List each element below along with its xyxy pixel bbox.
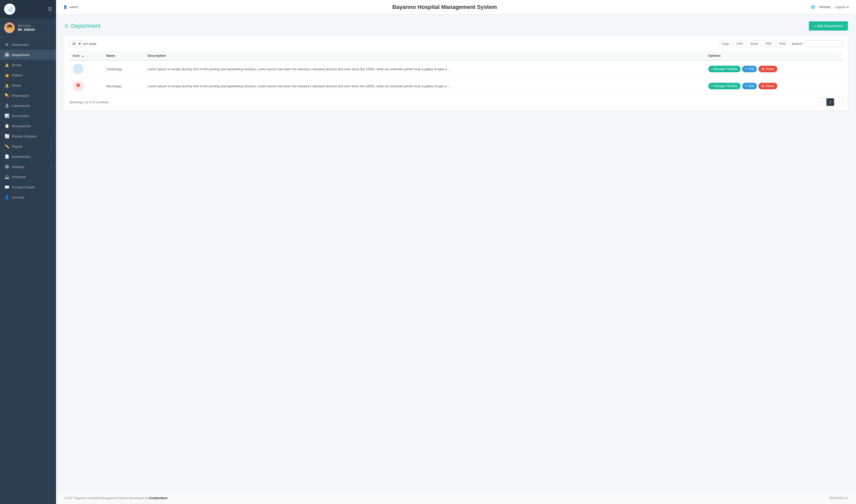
sidebar-item-doctor[interactable]: 👨‍⚕️ Doctor bbox=[0, 60, 56, 70]
page-title-icon: ⊙ bbox=[64, 23, 69, 29]
department-icon: 🏥 bbox=[4, 52, 9, 57]
settings-icon: ⚙️ bbox=[4, 164, 9, 169]
sidebar-item-payroll[interactable]: ✏️ Payroll › bbox=[0, 141, 56, 151]
chevron-right-icon: › bbox=[50, 145, 51, 148]
sort-arrow-icon: ▲ bbox=[82, 54, 84, 57]
sidebar-item-dashboard[interactable]: ⊞ Dashboard bbox=[0, 39, 56, 50]
footer-app-name: Bayanno Hospital Management System bbox=[75, 497, 129, 500]
copy-button[interactable]: Copy bbox=[718, 40, 732, 47]
col-icon[interactable]: Icon ▲ bbox=[69, 51, 103, 60]
row-name-cell: Cardiology bbox=[103, 60, 144, 78]
pagination: ‹ 1 › bbox=[818, 98, 843, 106]
manage-facilities-button[interactable]: + Manage Facilities bbox=[708, 83, 741, 89]
menu-toggle-button[interactable]: ☰ bbox=[48, 6, 52, 12]
sidebar-item-account[interactable]: 👤 Account bbox=[0, 192, 56, 202]
admin-label: admin bbox=[69, 5, 78, 9]
sidebar-item-department[interactable]: 🏥 Department bbox=[0, 50, 56, 60]
search-input[interactable] bbox=[805, 40, 843, 47]
row-options-cell: + Manage Facilities ✎ Edit 🗑 Delete bbox=[705, 60, 843, 78]
sidebar-item-pharmacist[interactable]: 💊 Pharmacist bbox=[0, 90, 56, 101]
row-name-cell: Neurology bbox=[103, 78, 144, 95]
sidebar-item-settings[interactable]: ⚙️ Settings › bbox=[0, 162, 56, 172]
sidebar-item-patient[interactable]: 🧑 Patient bbox=[0, 70, 56, 80]
sidebar-item-label: Monitor Hospital bbox=[12, 134, 37, 138]
sidebar-item-noticeboard[interactable]: 📄 Noticeboard bbox=[0, 151, 56, 162]
department-icon-cardiology: 🧠 bbox=[73, 64, 84, 74]
manage-facilities-button[interactable]: + Manage Facilities bbox=[708, 66, 741, 72]
pagination-prev-button[interactable]: ‹ bbox=[818, 98, 825, 106]
pdf-button[interactable]: PDF bbox=[763, 40, 775, 47]
content-area: ⊙ Department + Add Department 10 25 50 p… bbox=[56, 14, 856, 492]
sidebar-item-label: Accountant bbox=[12, 114, 29, 118]
edit-button[interactable]: ✎ Edit bbox=[742, 83, 757, 89]
row-actions: + Manage Facilities ✎ Edit 🗑 Delete bbox=[708, 66, 839, 72]
sidebar-item-frontend[interactable]: 💻 Frontend bbox=[0, 172, 56, 182]
csv-button[interactable]: CSV bbox=[733, 40, 746, 47]
row-icon-cell: 🧠 bbox=[69, 60, 103, 78]
print-button[interactable]: Print bbox=[776, 40, 789, 47]
table-footer: Showing 1 to 2 of 2 entries ‹ 1 › bbox=[69, 98, 843, 106]
sidebar-item-laboratorist[interactable]: 🔬 Laboratorist bbox=[0, 101, 56, 111]
website-link[interactable]: Website bbox=[819, 5, 831, 9]
footer-dev-link[interactable]: Creativeitem bbox=[149, 497, 168, 500]
header-actions: 🌐 Website Logout ➔ bbox=[811, 5, 849, 9]
per-page-label: per page bbox=[83, 42, 96, 46]
header-admin-info: 👤 admin bbox=[63, 5, 78, 9]
receptionist-icon: 📋 bbox=[4, 124, 9, 128]
sidebar-item-label: Payroll bbox=[12, 145, 22, 148]
sidebar-item-label: Dashboard bbox=[12, 43, 29, 47]
footer-copyright: © 2017 Bayanno Hospital Management Syste… bbox=[64, 497, 168, 500]
sidebar-item-nurse[interactable]: 👩‍⚕️ Nurse bbox=[0, 80, 56, 90]
user-name: Mr. Admin bbox=[18, 28, 35, 32]
col-description: Description bbox=[144, 51, 705, 60]
frontend-icon: 💻 bbox=[4, 175, 9, 179]
delete-button[interactable]: 🗑 Delete bbox=[758, 83, 777, 89]
logout-link[interactable]: Logout ➔ bbox=[835, 5, 849, 9]
logo-icon: 🩺 bbox=[6, 6, 13, 12]
dashboard-icon: ⊞ bbox=[4, 42, 9, 47]
sidebar-item-label: Noticeboard bbox=[12, 155, 30, 159]
table-toolbar: 10 25 50 per page Copy CSV Excel PDF Pri… bbox=[69, 40, 843, 47]
top-header: 👤 admin Bayanno Hospital Management Syst… bbox=[56, 0, 856, 14]
sidebar-item-monitor[interactable]: 📈 Monitor Hospital › bbox=[0, 131, 56, 141]
pagination-next-button[interactable]: › bbox=[835, 98, 843, 106]
sidebar-item-label: Nurse bbox=[12, 84, 21, 87]
account-icon: 👤 bbox=[4, 195, 9, 200]
pagination-page-1-button[interactable]: 1 bbox=[826, 98, 834, 106]
table-panel: 10 25 50 per page Copy CSV Excel PDF Pri… bbox=[64, 36, 848, 110]
sidebar-item-label: Frontend bbox=[12, 175, 25, 179]
nurse-icon: 👩‍⚕️ bbox=[4, 83, 9, 88]
sidebar-item-label: Receptionist bbox=[12, 124, 31, 128]
patient-icon: 🧑 bbox=[4, 73, 9, 77]
add-department-button[interactable]: + Add Department bbox=[809, 21, 848, 31]
sidebar-item-label: Pharmacist bbox=[12, 94, 29, 97]
chevron-right-icon: › bbox=[50, 134, 51, 138]
chevron-right-icon: › bbox=[50, 165, 51, 168]
search-bar: Search: bbox=[791, 40, 843, 47]
row-options-cell: + Manage Facilities ✎ Edit 🗑 Delete bbox=[705, 78, 843, 95]
sidebar-item-accountant[interactable]: 📊 Accountant bbox=[0, 111, 56, 121]
per-page-select-input[interactable]: 10 25 50 bbox=[69, 40, 82, 47]
department-table: Icon ▲ Name Description Options bbox=[69, 51, 843, 95]
sidebar-nav: ⊞ Dashboard 🏥 Department 👨‍⚕️ Doctor 🧑 P… bbox=[0, 37, 56, 504]
sidebar-item-contact[interactable]: ✉️ Contact Emails bbox=[0, 182, 56, 192]
app-logo: 🩺 bbox=[4, 3, 15, 15]
excel-button[interactable]: Excel bbox=[747, 40, 761, 47]
contact-icon: ✉️ bbox=[4, 185, 9, 190]
edit-button[interactable]: ✎ Edit bbox=[742, 66, 757, 72]
noticeboard-icon: 📄 bbox=[4, 154, 9, 159]
sidebar-item-label: Contact Emails bbox=[12, 185, 35, 189]
svg-point-0 bbox=[75, 66, 82, 72]
sidebar-item-label: Account bbox=[12, 196, 24, 199]
app-title: Bayanno Hospital Management System bbox=[78, 4, 811, 11]
department-icon-neurology bbox=[73, 81, 84, 91]
website-icon: 🌐 bbox=[811, 5, 815, 9]
footer-copy-text: © 2017 bbox=[64, 497, 74, 500]
pharmacist-icon: 💊 bbox=[4, 93, 9, 98]
sidebar-item-receptionist[interactable]: 📋 Receptionist bbox=[0, 121, 56, 131]
delete-button[interactable]: 🗑 Delete bbox=[758, 66, 777, 72]
table-body: 🧠 Cardiology Lorem Ipsum is simply dummy… bbox=[69, 60, 843, 95]
logout-icon: ➔ bbox=[846, 5, 849, 9]
accountant-icon: 📊 bbox=[4, 113, 9, 118]
footer-dev-text: Developed by bbox=[129, 497, 148, 500]
